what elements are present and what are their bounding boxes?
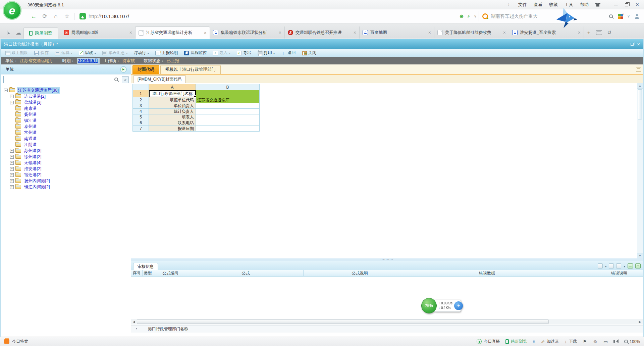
row-header[interactable]: 5 — [133, 114, 149, 120]
tree-item[interactable]: 苏州港[3] — [1, 148, 131, 154]
close-button[interactable] — [632, 0, 643, 9]
tree-item[interactable]: 镇江港 — [1, 117, 131, 123]
home-icon[interactable] — [50, 13, 61, 20]
row-header[interactable]: 4 — [133, 109, 149, 114]
daily-deal-link[interactable]: 今日特卖 — [12, 339, 28, 344]
tab-netease-mail[interactable]: 网易邮箱6.0版 — [61, 27, 136, 39]
cell-a2[interactable]: 填报单位代码 — [149, 97, 196, 103]
return-button[interactable]: 退回 — [278, 49, 298, 57]
close-report-button[interactable]: 关闭 — [299, 49, 319, 57]
audit-save-icon[interactable] — [609, 263, 614, 268]
audit-button[interactable]: 审核 — [76, 49, 99, 57]
search-box[interactable]: 湖南客车起火伤亡重大 — [479, 11, 616, 21]
caret-down-icon[interactable] — [624, 264, 625, 268]
tab-list-icon[interactable] — [596, 30, 602, 35]
row-header[interactable]: 7 — [133, 126, 149, 132]
expand-toggle-icon[interactable] — [10, 179, 14, 183]
row-header[interactable]: 1 — [133, 90, 149, 97]
period-value-link[interactable]: 2016年5月 — [77, 58, 100, 64]
col-type[interactable]: 类型 — [143, 270, 153, 276]
tab-ministry-meeting[interactable]: 交通部联合铁总召开推进 — [285, 27, 360, 39]
col-error-desc[interactable]: 错误说明 — [558, 270, 643, 276]
scroll-right-icon[interactable] — [637, 320, 643, 324]
live-today-link[interactable]: 今日直播 — [477, 339, 500, 344]
search-icon[interactable] — [609, 14, 613, 18]
expand-toggle-icon[interactable] — [10, 173, 14, 177]
security-shield-icon[interactable] — [79, 13, 86, 19]
download-link[interactable]: 下载 — [565, 339, 577, 344]
speedup-icon[interactable] — [460, 14, 464, 19]
expand-toggle-icon[interactable] — [10, 95, 14, 98]
expand-toggle-icon[interactable] — [10, 101, 14, 104]
audit-maximize-icon[interactable] — [635, 263, 641, 268]
save-button[interactable]: 保存 — [32, 49, 51, 57]
cell-b1[interactable] — [196, 90, 260, 97]
tree-item[interactable]: 宿迁港[2] — [1, 172, 131, 178]
row-header[interactable]: 3 — [133, 103, 149, 109]
audit-export-icon[interactable] — [598, 263, 603, 268]
cell-b2[interactable]: 江苏省交通运输厅 — [196, 97, 260, 103]
cloud-sync-icon[interactable] — [13, 30, 23, 36]
chevron-down-icon[interactable] — [474, 14, 477, 18]
restore-session-icon[interactable] — [605, 30, 614, 36]
tab-baidu-map[interactable]: 百度地图 — [360, 27, 434, 39]
favorite-icon[interactable] — [61, 13, 72, 20]
scroll-down-icon[interactable] — [637, 253, 643, 258]
tab-close-icon[interactable] — [503, 30, 506, 35]
speedup-badge-icon[interactable] — [454, 301, 463, 310]
calculate-button[interactable]: 运算 — [52, 49, 75, 57]
expand-more-button[interactable] — [122, 76, 129, 83]
col-formula-id[interactable]: 公式编号 — [153, 270, 188, 276]
menu-help[interactable]: 帮助 — [580, 2, 589, 8]
cell-a6[interactable]: 联系电话 — [149, 120, 196, 126]
col-formula[interactable]: 公式 — [188, 270, 304, 276]
tree-item[interactable]: 盐城港[3] — [1, 99, 131, 105]
scroll-up-icon[interactable] — [637, 83, 643, 89]
tree-item[interactable]: 南京港 — [1, 105, 131, 111]
table-summary-button[interactable]: 单表汇总 — [100, 49, 130, 57]
tree-item-root[interactable]: 江苏省交通运输厅[38] — [1, 87, 131, 93]
column-header-b[interactable]: B — [196, 84, 260, 90]
menu-chevron-icon[interactable] — [507, 2, 512, 8]
url-field[interactable]: http://10.1.30.107/ — [89, 13, 129, 19]
app-close-icon[interactable] — [637, 41, 640, 47]
tree-item[interactable]: 泰州港 — [1, 123, 131, 130]
tree-item[interactable]: 扬州内河港[2] — [1, 178, 131, 184]
panel-splitter[interactable] — [131, 258, 643, 261]
restore-button[interactable] — [621, 0, 632, 9]
audit-minimize-icon[interactable] — [628, 263, 633, 268]
tab-pilotage-fee[interactable]: 关于降低船舶引航费收费 — [434, 27, 509, 39]
zoom-control[interactable]: 100% — [624, 339, 640, 344]
tab-close-icon[interactable] — [578, 30, 581, 35]
export-button[interactable]: 导出 — [234, 49, 254, 57]
process-monitor-button[interactable]: 流程监控 — [181, 49, 209, 57]
tab-port-admin-dept[interactable]: 规模以上港口行政管理部门 — [160, 65, 221, 74]
col-error-data[interactable]: 错误数据 — [416, 270, 558, 276]
tab-list-icon[interactable] — [636, 67, 641, 72]
floating-row-button[interactable]: 浮动行 — [131, 49, 152, 57]
expand-toggle-icon[interactable] — [10, 185, 14, 189]
cell-a5[interactable]: 填表人 — [149, 114, 196, 120]
tree-item[interactable]: 南通港 — [1, 136, 131, 142]
login-user-icon[interactable] — [635, 14, 639, 19]
cell-a1-selected[interactable]: 港口行政管理部门名称 — [149, 90, 196, 97]
expand-toggle-icon[interactable] — [10, 149, 14, 153]
refresh-icon[interactable] — [39, 13, 50, 20]
column-header-a[interactable]: A — [149, 84, 196, 90]
skin-icon[interactable] — [595, 3, 600, 7]
back-icon[interactable] — [28, 13, 39, 20]
tab-close-icon[interactable] — [129, 30, 132, 35]
sheet-tab-cover-code[interactable]: [PMDM_GKYB]封面代码 — [133, 76, 186, 83]
collapse-toggle-icon[interactable] — [4, 89, 8, 92]
cross-screen-link[interactable]: 跨屏浏览 — [505, 339, 527, 344]
cross-screen-browse-button[interactable]: 跨屏浏览 — [23, 28, 58, 39]
cell-a4[interactable]: 统计负责人 — [149, 109, 196, 114]
tab-jiangsu-transport-stats[interactable]: 江苏省交通运输统计分析 — [135, 27, 210, 39]
cell-a7[interactable]: 报送日期 — [149, 126, 196, 132]
tree-item[interactable]: 扬州港 — [1, 111, 131, 117]
tree-item[interactable]: 淮安港[2] — [1, 166, 131, 172]
col-formula-desc[interactable]: 公式说明 — [304, 270, 416, 276]
search-icon[interactable] — [114, 78, 118, 81]
audit-search-icon[interactable] — [616, 263, 621, 268]
cell-b7[interactable] — [196, 126, 260, 132]
